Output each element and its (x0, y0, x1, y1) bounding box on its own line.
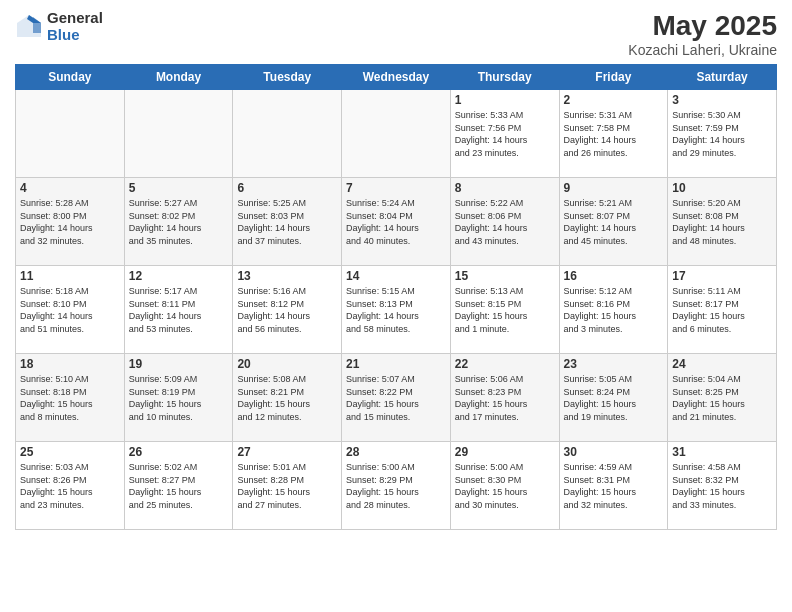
day-header-sunday: Sunday (16, 65, 125, 90)
day-cell-25: 25Sunrise: 5:03 AM Sunset: 8:26 PM Dayli… (16, 442, 125, 530)
day-header-saturday: Saturday (668, 65, 777, 90)
header-row: SundayMondayTuesdayWednesdayThursdayFrid… (16, 65, 777, 90)
cell-content: Sunrise: 5:30 AM Sunset: 7:59 PM Dayligh… (672, 109, 772, 159)
day-cell-1: 1Sunrise: 5:33 AM Sunset: 7:56 PM Daylig… (450, 90, 559, 178)
date-number: 11 (20, 269, 120, 283)
date-number: 29 (455, 445, 555, 459)
day-cell-16: 16Sunrise: 5:12 AM Sunset: 8:16 PM Dayli… (559, 266, 668, 354)
date-number: 22 (455, 357, 555, 371)
cell-content: Sunrise: 5:18 AM Sunset: 8:10 PM Dayligh… (20, 285, 120, 335)
date-number: 5 (129, 181, 229, 195)
cell-content: Sunrise: 5:33 AM Sunset: 7:56 PM Dayligh… (455, 109, 555, 159)
date-number: 14 (346, 269, 446, 283)
cell-content: Sunrise: 5:12 AM Sunset: 8:16 PM Dayligh… (564, 285, 664, 335)
day-cell-10: 10Sunrise: 5:20 AM Sunset: 8:08 PM Dayli… (668, 178, 777, 266)
day-cell-22: 22Sunrise: 5:06 AM Sunset: 8:23 PM Dayli… (450, 354, 559, 442)
day-cell-13: 13Sunrise: 5:16 AM Sunset: 8:12 PM Dayli… (233, 266, 342, 354)
cell-content: Sunrise: 5:08 AM Sunset: 8:21 PM Dayligh… (237, 373, 337, 423)
day-header-monday: Monday (124, 65, 233, 90)
date-number: 26 (129, 445, 229, 459)
date-number: 24 (672, 357, 772, 371)
date-number: 16 (564, 269, 664, 283)
date-number: 31 (672, 445, 772, 459)
day-cell-23: 23Sunrise: 5:05 AM Sunset: 8:24 PM Dayli… (559, 354, 668, 442)
date-number: 7 (346, 181, 446, 195)
date-number: 15 (455, 269, 555, 283)
cell-content: Sunrise: 5:25 AM Sunset: 8:03 PM Dayligh… (237, 197, 337, 247)
date-number: 3 (672, 93, 772, 107)
empty-cell (124, 90, 233, 178)
day-cell-11: 11Sunrise: 5:18 AM Sunset: 8:10 PM Dayli… (16, 266, 125, 354)
cell-content: Sunrise: 5:31 AM Sunset: 7:58 PM Dayligh… (564, 109, 664, 159)
day-cell-28: 28Sunrise: 5:00 AM Sunset: 8:29 PM Dayli… (342, 442, 451, 530)
cell-content: Sunrise: 5:06 AM Sunset: 8:23 PM Dayligh… (455, 373, 555, 423)
cell-content: Sunrise: 5:04 AM Sunset: 8:25 PM Dayligh… (672, 373, 772, 423)
cell-content: Sunrise: 5:11 AM Sunset: 8:17 PM Dayligh… (672, 285, 772, 335)
title-section: May 2025 Kozachi Laheri, Ukraine (628, 10, 777, 58)
day-cell-31: 31Sunrise: 4:58 AM Sunset: 8:32 PM Dayli… (668, 442, 777, 530)
day-cell-8: 8Sunrise: 5:22 AM Sunset: 8:06 PM Daylig… (450, 178, 559, 266)
date-number: 19 (129, 357, 229, 371)
date-number: 17 (672, 269, 772, 283)
cell-content: Sunrise: 5:17 AM Sunset: 8:11 PM Dayligh… (129, 285, 229, 335)
day-cell-17: 17Sunrise: 5:11 AM Sunset: 8:17 PM Dayli… (668, 266, 777, 354)
cell-content: Sunrise: 5:02 AM Sunset: 8:27 PM Dayligh… (129, 461, 229, 511)
date-number: 6 (237, 181, 337, 195)
day-cell-20: 20Sunrise: 5:08 AM Sunset: 8:21 PM Dayli… (233, 354, 342, 442)
date-number: 27 (237, 445, 337, 459)
day-cell-6: 6Sunrise: 5:25 AM Sunset: 8:03 PM Daylig… (233, 178, 342, 266)
logo-text: General Blue (47, 10, 103, 43)
main-title: May 2025 (628, 10, 777, 42)
cell-content: Sunrise: 5:00 AM Sunset: 8:30 PM Dayligh… (455, 461, 555, 511)
day-cell-14: 14Sunrise: 5:15 AM Sunset: 8:13 PM Dayli… (342, 266, 451, 354)
cell-content: Sunrise: 5:09 AM Sunset: 8:19 PM Dayligh… (129, 373, 229, 423)
day-cell-29: 29Sunrise: 5:00 AM Sunset: 8:30 PM Dayli… (450, 442, 559, 530)
cell-content: Sunrise: 5:24 AM Sunset: 8:04 PM Dayligh… (346, 197, 446, 247)
day-cell-2: 2Sunrise: 5:31 AM Sunset: 7:58 PM Daylig… (559, 90, 668, 178)
cell-content: Sunrise: 5:01 AM Sunset: 8:28 PM Dayligh… (237, 461, 337, 511)
logo-blue: Blue (47, 27, 103, 44)
cell-content: Sunrise: 5:22 AM Sunset: 8:06 PM Dayligh… (455, 197, 555, 247)
calendar-table: SundayMondayTuesdayWednesdayThursdayFrid… (15, 64, 777, 530)
logo-general: General (47, 10, 103, 27)
day-header-wednesday: Wednesday (342, 65, 451, 90)
cell-content: Sunrise: 5:16 AM Sunset: 8:12 PM Dayligh… (237, 285, 337, 335)
week-row-1: 1Sunrise: 5:33 AM Sunset: 7:56 PM Daylig… (16, 90, 777, 178)
day-header-thursday: Thursday (450, 65, 559, 90)
day-header-tuesday: Tuesday (233, 65, 342, 90)
day-cell-27: 27Sunrise: 5:01 AM Sunset: 8:28 PM Dayli… (233, 442, 342, 530)
date-number: 12 (129, 269, 229, 283)
logo: General Blue (15, 10, 103, 43)
date-number: 20 (237, 357, 337, 371)
cell-content: Sunrise: 5:28 AM Sunset: 8:00 PM Dayligh… (20, 197, 120, 247)
day-cell-3: 3Sunrise: 5:30 AM Sunset: 7:59 PM Daylig… (668, 90, 777, 178)
week-row-4: 18Sunrise: 5:10 AM Sunset: 8:18 PM Dayli… (16, 354, 777, 442)
day-cell-15: 15Sunrise: 5:13 AM Sunset: 8:15 PM Dayli… (450, 266, 559, 354)
cell-content: Sunrise: 5:13 AM Sunset: 8:15 PM Dayligh… (455, 285, 555, 335)
date-number: 13 (237, 269, 337, 283)
cell-content: Sunrise: 5:05 AM Sunset: 8:24 PM Dayligh… (564, 373, 664, 423)
date-number: 10 (672, 181, 772, 195)
empty-cell (16, 90, 125, 178)
week-row-2: 4Sunrise: 5:28 AM Sunset: 8:00 PM Daylig… (16, 178, 777, 266)
day-cell-18: 18Sunrise: 5:10 AM Sunset: 8:18 PM Dayli… (16, 354, 125, 442)
cell-content: Sunrise: 4:58 AM Sunset: 8:32 PM Dayligh… (672, 461, 772, 511)
cell-content: Sunrise: 5:15 AM Sunset: 8:13 PM Dayligh… (346, 285, 446, 335)
cell-content: Sunrise: 4:59 AM Sunset: 8:31 PM Dayligh… (564, 461, 664, 511)
empty-cell (342, 90, 451, 178)
date-number: 23 (564, 357, 664, 371)
cell-content: Sunrise: 5:03 AM Sunset: 8:26 PM Dayligh… (20, 461, 120, 511)
day-cell-12: 12Sunrise: 5:17 AM Sunset: 8:11 PM Dayli… (124, 266, 233, 354)
day-cell-4: 4Sunrise: 5:28 AM Sunset: 8:00 PM Daylig… (16, 178, 125, 266)
logo-icon (15, 13, 43, 41)
cell-content: Sunrise: 5:07 AM Sunset: 8:22 PM Dayligh… (346, 373, 446, 423)
date-number: 1 (455, 93, 555, 107)
page: General Blue May 2025 Kozachi Laheri, Uk… (0, 0, 792, 612)
day-cell-9: 9Sunrise: 5:21 AM Sunset: 8:07 PM Daylig… (559, 178, 668, 266)
date-number: 25 (20, 445, 120, 459)
date-number: 30 (564, 445, 664, 459)
date-number: 2 (564, 93, 664, 107)
date-number: 18 (20, 357, 120, 371)
day-cell-21: 21Sunrise: 5:07 AM Sunset: 8:22 PM Dayli… (342, 354, 451, 442)
date-number: 28 (346, 445, 446, 459)
